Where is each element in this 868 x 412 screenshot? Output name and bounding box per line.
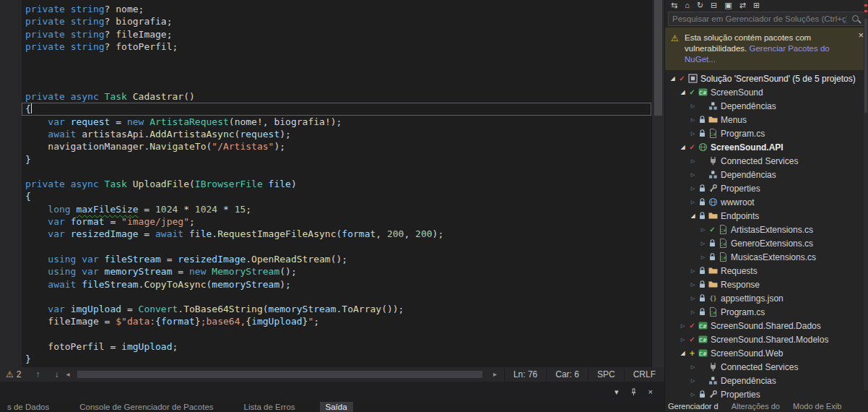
tree-item-endpoints[interactable]: ◢Endpoints: [665, 209, 868, 223]
code-line[interactable]: await artistasApi.AddArtistaAsync(reques…: [22, 128, 651, 140]
tree-item-screensound[interactable]: ◢✓C#ScreenSound: [665, 85, 868, 99]
collapse-arrow-icon[interactable]: ◢: [688, 213, 698, 219]
status-space-mode[interactable]: SPC: [588, 367, 624, 382]
expand-arrow-icon[interactable]: ▷: [698, 254, 708, 260]
previous-issue-icon[interactable]: ↑: [35, 369, 40, 379]
next-issue-icon[interactable]: ↓: [54, 369, 58, 379]
code-line[interactable]: [22, 65, 651, 77]
code-line[interactable]: private async Task Cadastrar(): [22, 90, 651, 103]
code-line[interactable]: navigationManager.NavigateTo("/Artistas"…: [22, 140, 651, 153]
expand-arrow-icon[interactable]: ▷: [688, 392, 698, 398]
warning-count[interactable]: 2: [17, 369, 22, 379]
pin-icon[interactable]: [630, 388, 638, 396]
status-column-number[interactable]: Car: 6: [546, 367, 588, 382]
tree-item-depend-ncias[interactable]: ▷Dependências: [665, 168, 868, 181]
code-line[interactable]: private async Task UploadFile(IBrowserFi…: [22, 178, 651, 190]
code-line[interactable]: [22, 53, 651, 65]
expand-arrow-icon[interactable]: ▷: [688, 158, 698, 164]
tree-item-requests[interactable]: ▷Requests: [665, 264, 868, 278]
status-line-number[interactable]: Ln: 76: [504, 367, 546, 382]
tree-item-appsettings-json[interactable]: ▷{}appsettings.json: [665, 291, 868, 305]
expand-arrow-icon[interactable]: ▷: [698, 241, 708, 246]
tree-item-menus[interactable]: ▷Menus: [665, 113, 868, 126]
tree-item-connected-services[interactable]: ▷Connected Services: [665, 360, 868, 374]
code-line[interactable]: private string? biografia;: [22, 15, 651, 27]
expand-arrow-icon[interactable]: ▷: [688, 296, 698, 301]
tree-item-program-cs[interactable]: ▷C#Program.cs: [665, 305, 868, 319]
expand-arrow-icon[interactable]: ▷: [688, 282, 698, 288]
close-icon[interactable]: ×: [858, 30, 864, 40]
chevron-down-icon[interactable]: ▾: [615, 388, 619, 396]
expand-arrow-icon[interactable]: ▷: [688, 378, 698, 384]
tree-item-screensound-api[interactable]: ◢✓ScreenSound.API: [665, 140, 868, 154]
close-icon[interactable]: ×: [648, 388, 653, 396]
editor-vertical-scrollbar[interactable]: [651, 0, 664, 367]
collapse-arrow-icon[interactable]: ◢: [668, 75, 677, 82]
collapse-all-icon[interactable]: ⊟: [711, 1, 717, 9]
tree-item-musicasextensions-cs[interactable]: ▷C#MusicasExtensions.cs: [665, 250, 868, 264]
tree-item-screensound-shared-dados[interactable]: ▷✓C#ScreenSound.Shared.Dados: [665, 319, 868, 332]
code-line[interactable]: var format = "image/jpeg";: [22, 215, 651, 228]
expand-arrow-icon[interactable]: ▷: [688, 172, 698, 178]
expand-arrow-icon[interactable]: ▷: [688, 309, 698, 315]
collapse-arrow-icon[interactable]: ◢: [678, 350, 687, 356]
search-icon[interactable]: [851, 14, 862, 25]
panel-tab-lista-de-erros[interactable]: Lista de Erros: [238, 402, 301, 412]
code-line[interactable]: using var memoryStream = new MemoryStrea…: [22, 265, 651, 278]
collapse-arrow-icon[interactable]: ◢: [678, 89, 687, 95]
expand-arrow-icon[interactable]: ▷: [678, 337, 687, 343]
editor-horizontal-scrollbar[interactable]: ◂ ▸: [66, 369, 496, 380]
panel-tab-console-de-gerenciador-de-pacotes[interactable]: Console de Gerenciador de Pacotes: [74, 402, 219, 412]
tree-item-screensound-web[interactable]: ◢+C#ScreenSound.Web: [665, 346, 868, 360]
home-icon[interactable]: ⌂: [685, 1, 690, 9]
code-viewport[interactable]: private string? nome;private string? bio…: [0, 0, 651, 367]
scrollbar-thumb[interactable]: [864, 19, 867, 113]
code-line[interactable]: await fileStream.CopyToAsync(memoryStrea…: [22, 278, 651, 291]
expand-arrow-icon[interactable]: ▷: [688, 103, 698, 109]
panel-tab-gerenciador-d[interactable]: Gerenciador d: [668, 402, 719, 412]
refresh-icon[interactable]: ↻: [697, 1, 703, 9]
tree-item-response[interactable]: ▷Response: [665, 278, 868, 291]
code-line[interactable]: [22, 166, 651, 178]
code-line[interactable]: fileImage = $"data:{format};base64,{imgU…: [22, 315, 651, 327]
tree-item-depend-ncias[interactable]: ▷Dependências: [665, 374, 868, 387]
code-line[interactable]: {: [22, 190, 651, 202]
tree-item-screensound-shared-modelos[interactable]: ▷✓C#ScreenSound.Shared.Modelos: [665, 332, 868, 346]
code-line[interactable]: private string? nome;: [22, 3, 651, 15]
expand-arrow-icon[interactable]: ▷: [698, 227, 708, 233]
code-line[interactable]: fotoPerfil = imgUpload;: [22, 340, 651, 353]
properties-icon[interactable]: ⊞: [753, 1, 760, 9]
code-line[interactable]: var resizedImage = await file.RequestIma…: [22, 228, 651, 240]
tree-item-properties[interactable]: ▷Properties: [665, 181, 868, 195]
code-line[interactable]: long maxFileSize = 1024 * 1024 * 15;: [22, 203, 651, 215]
tree-item-connected-services[interactable]: ▷Connected Services: [665, 154, 868, 168]
show-all-files-icon[interactable]: ▣: [724, 1, 732, 9]
panel-tab-sa-da[interactable]: Saída: [320, 402, 353, 412]
search-input[interactable]: [669, 14, 851, 23]
scroll-right-icon[interactable]: ▸: [493, 370, 497, 378]
panel-tab-modo-de-exib[interactable]: Modo de Exib: [793, 402, 841, 412]
code-line[interactable]: var imgUpload = Convert.ToBase64String(m…: [22, 303, 651, 315]
tree-item-depend-ncias[interactable]: ▷Dependências: [665, 99, 868, 113]
expand-arrow-icon[interactable]: ▷: [688, 364, 698, 370]
code-line[interactable]: private string? fotoPerfil;: [22, 40, 651, 53]
scroll-left-icon[interactable]: ◂: [66, 370, 69, 378]
code-line[interactable]: }: [22, 153, 651, 166]
tree-item-wwwroot[interactable]: ▷wwwroot: [665, 195, 868, 209]
code-line[interactable]: [22, 78, 651, 90]
collapse-arrow-icon[interactable]: ◢: [678, 144, 687, 150]
search-box[interactable]: [668, 12, 865, 26]
switch-views-icon[interactable]: ⇆: [671, 1, 677, 9]
code-line[interactable]: using var fileStream = resizedImage.Open…: [22, 253, 651, 265]
code-line[interactable]: var request = new ArtistaRequest(nome!, …: [22, 116, 651, 128]
tree-item-solu-o-screensound-5-de-5-projetos[interactable]: ◢✓Solução 'ScreenSound' (5 de 5 projetos…: [665, 72, 868, 85]
panel-tab-altera-es-do[interactable]: Alterações do: [732, 402, 780, 412]
code-line[interactable]: }: [22, 353, 651, 365]
status-line-ending[interactable]: CRLF: [624, 367, 664, 382]
expand-arrow-icon[interactable]: ▷: [688, 199, 698, 205]
tree-item-properties[interactable]: ▷Properties: [665, 387, 868, 401]
expand-arrow-icon[interactable]: ▷: [688, 268, 698, 274]
expand-arrow-icon[interactable]: ▷: [688, 186, 698, 192]
code-line[interactable]: [22, 241, 651, 253]
code-line[interactable]: {: [22, 103, 651, 115]
